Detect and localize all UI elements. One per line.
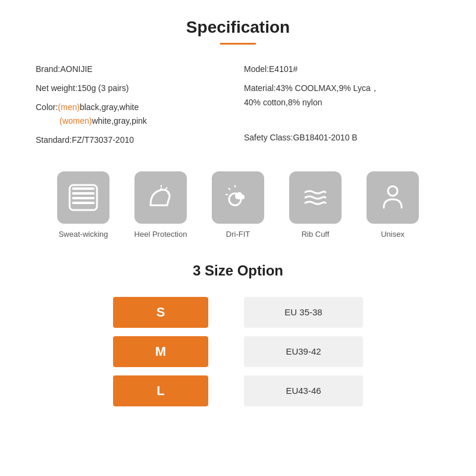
size-rows: S EU 35-38 M EU39-42 L EU43-46 bbox=[36, 297, 440, 406]
svg-rect-0 bbox=[72, 187, 95, 190]
color-women-values: white,gray,pink bbox=[92, 116, 146, 126]
svg-line-7 bbox=[167, 193, 170, 193]
size-row-l: L EU43-46 bbox=[113, 375, 363, 406]
heel-protection-icon bbox=[145, 181, 177, 214]
svg-rect-1 bbox=[72, 192, 95, 195]
svg-rect-3 bbox=[72, 202, 95, 204]
svg-point-13 bbox=[388, 186, 397, 196]
sweat-wicking-icon-box bbox=[57, 171, 109, 224]
title-underline bbox=[220, 43, 256, 45]
size-l-range: EU43-46 bbox=[244, 375, 363, 406]
spec-grid: Brand:AONIJIE Net weight:150g (3 pairs) … bbox=[36, 62, 440, 148]
svg-line-11 bbox=[228, 188, 230, 190]
dri-fit-icon bbox=[222, 181, 254, 214]
feature-unisex: Unisex bbox=[360, 171, 425, 239]
svg-point-8 bbox=[160, 188, 162, 190]
svg-rect-2 bbox=[72, 197, 95, 199]
spec-safety: Safety Class:GB18401-2010 B bbox=[244, 131, 440, 145]
unisex-icon bbox=[377, 181, 409, 214]
spec-standard: Standard:FZ/T73037-2010 bbox=[36, 133, 232, 148]
size-s-button[interactable]: S bbox=[113, 297, 208, 328]
dri-fit-icon-box bbox=[212, 171, 264, 224]
spec-model: Model:E4101# bbox=[244, 62, 440, 77]
unisex-icon-box bbox=[367, 171, 419, 224]
page-title: Specification bbox=[36, 18, 440, 37]
size-row-s: S EU 35-38 bbox=[113, 297, 363, 328]
features-section: Sweat-wicking Heel Protection bbox=[36, 171, 440, 239]
feature-heel-protection: Heel Protection bbox=[128, 171, 193, 239]
spec-weight: Net weight:150g (3 pairs) bbox=[36, 82, 232, 96]
size-l-button[interactable]: L bbox=[113, 375, 208, 406]
spec-left: Brand:AONIJIE Net weight:150g (3 pairs) … bbox=[36, 62, 232, 148]
color-men-values: black,gray,white bbox=[80, 102, 139, 112]
size-s-range: EU 35-38 bbox=[244, 297, 363, 328]
heel-protection-icon-box bbox=[134, 171, 187, 224]
spec-color-men: Color:(men)black,gray,white bbox=[36, 101, 232, 115]
color-men-highlight: (men) bbox=[58, 102, 80, 112]
sweat-wicking-label: Sweat-wicking bbox=[58, 230, 108, 239]
spec-material: Material:43% COOLMAX,9% Lyca，40% cotton,… bbox=[244, 82, 440, 110]
heel-protection-label: Heel Protection bbox=[134, 230, 187, 239]
feature-sweat-wicking: Sweat-wicking bbox=[51, 171, 116, 239]
feature-dri-fit: Dri-FIT bbox=[205, 171, 271, 239]
spec-color-women: (women)white,gray,pink bbox=[36, 114, 232, 129]
size-m-button[interactable]: M bbox=[113, 336, 208, 367]
svg-line-6 bbox=[165, 187, 167, 189]
rib-cuff-label: Rib Cuff bbox=[302, 230, 330, 239]
rib-cuff-icon bbox=[299, 181, 331, 214]
sweat-wicking-icon bbox=[67, 181, 99, 214]
feature-rib-cuff: Rib Cuff bbox=[283, 171, 348, 239]
spec-brand: Brand:AONIJIE bbox=[36, 62, 232, 77]
rib-cuff-icon-box bbox=[289, 171, 342, 224]
size-section-title: 3 Size Option bbox=[36, 262, 440, 279]
size-row-m: M EU39-42 bbox=[113, 336, 363, 367]
spec-right: Model:E4101# Material:43% COOLMAX,9% Lyc… bbox=[244, 62, 440, 148]
color-women-highlight: (women) bbox=[60, 116, 92, 126]
unisex-label: Unisex bbox=[381, 230, 405, 239]
size-m-range: EU39-42 bbox=[244, 336, 363, 367]
dri-fit-label: Dri-FIT bbox=[226, 230, 250, 239]
